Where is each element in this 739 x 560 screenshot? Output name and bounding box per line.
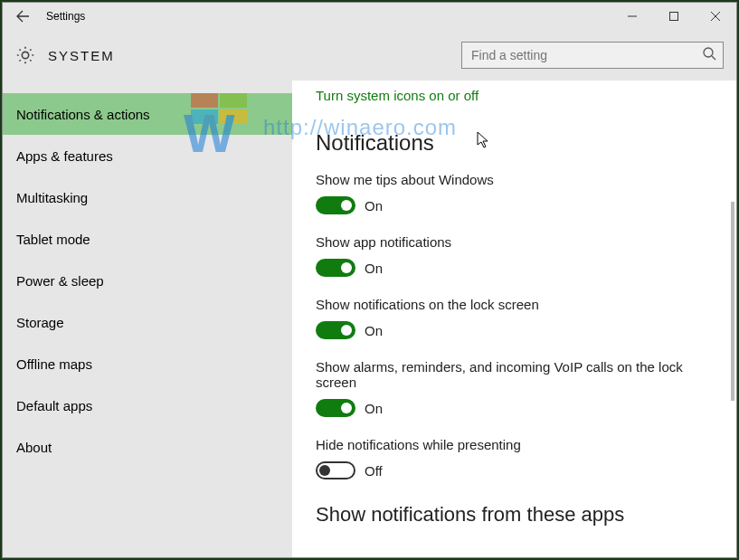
option-app-notifications: Show app notifications On [316, 234, 713, 277]
header: SYSTEM [3, 30, 736, 81]
option-label: Show app notifications [316, 234, 713, 250]
toggle-knob [341, 262, 352, 273]
gear-icon [15, 45, 35, 65]
toggle-row: On [316, 399, 713, 417]
toggle-row: On [316, 259, 713, 277]
option-label: Hide notifications while presenting [316, 437, 713, 452]
window-title: Settings [46, 10, 85, 23]
minimize-button[interactable] [611, 3, 653, 30]
sidebar-item-notifications-actions[interactable]: Notifications & actions [3, 93, 292, 135]
close-button[interactable] [695, 3, 736, 30]
sidebar-item-label: Power & sleep [16, 273, 104, 289]
option-tips: Show me tips about Windows On [316, 172, 713, 214]
page-title: SYSTEM [48, 48, 115, 63]
toggle-knob [341, 403, 352, 413]
sidebar-item-label: Offline maps [16, 356, 92, 372]
toggle-row: On [316, 196, 713, 214]
sidebar-item-label: About [16, 440, 52, 455]
toggle-alarms-voip[interactable] [316, 399, 355, 417]
sidebar-item-apps-features[interactable]: Apps & features [3, 135, 292, 176]
option-lock-screen: Show notifications on the lock screen On [316, 297, 713, 339]
sidebar-item-label: Multitasking [16, 190, 88, 205]
sidebar-item-power-sleep[interactable]: Power & sleep [3, 260, 292, 301]
header-left: SYSTEM [15, 45, 115, 65]
titlebar: Settings [3, 3, 736, 30]
search-input[interactable] [461, 42, 724, 69]
sidebar: Notifications & actions Apps & features … [3, 81, 292, 557]
titlebar-left: Settings [3, 5, 85, 27]
maximize-icon [669, 12, 678, 21]
sidebar-item-label: Apps & features [16, 148, 113, 164]
maximize-button[interactable] [653, 3, 695, 30]
sidebar-item-default-apps[interactable]: Default apps [3, 384, 292, 426]
svg-rect-1 [670, 13, 678, 21]
sidebar-item-multitasking[interactable]: Multitasking [3, 176, 292, 218]
sidebar-item-cutoff [3, 81, 292, 93]
search-container [461, 42, 724, 69]
sidebar-item-storage[interactable]: Storage [3, 301, 292, 343]
toggle-knob [341, 200, 352, 211]
system-icons-link[interactable]: Turn system icons on or off [316, 88, 478, 103]
svg-point-2 [704, 48, 713, 57]
window-controls [611, 3, 736, 30]
sidebar-item-label: Notifications & actions [16, 107, 150, 122]
toggle-state: On [365, 323, 383, 338]
toggle-knob [319, 465, 330, 476]
search-icon [702, 46, 716, 64]
option-alarms-voip: Show alarms, reminders, and incoming VoI… [316, 359, 713, 417]
main-panel: Turn system icons on or off Notification… [292, 81, 736, 557]
option-label: Show alarms, reminders, and incoming VoI… [316, 359, 713, 390]
sidebar-item-label: Tablet mode [16, 232, 90, 247]
minimize-icon [628, 12, 637, 21]
toggle-tips[interactable] [316, 196, 355, 214]
toggle-lock-screen[interactable] [316, 321, 355, 339]
close-icon [711, 12, 720, 21]
toggle-state: Off [365, 463, 383, 479]
toggle-state: On [365, 401, 383, 416]
toggle-row: On [316, 321, 713, 339]
toggle-app-notifications[interactable] [316, 259, 355, 277]
option-hide-presenting: Hide notifications while presenting Off [316, 437, 713, 479]
toggle-knob [341, 325, 352, 336]
back-button[interactable] [12, 5, 33, 27]
sidebar-item-tablet-mode[interactable]: Tablet mode [3, 218, 292, 260]
body: Notifications & actions Apps & features … [3, 81, 736, 557]
back-arrow-icon [15, 9, 30, 24]
option-label: Show me tips about Windows [316, 172, 713, 187]
sidebar-item-about[interactable]: About [3, 426, 292, 468]
section-heading-apps: Show notifications from these apps [316, 503, 713, 527]
section-heading-notifications: Notifications [316, 130, 713, 156]
scrollbar-vertical[interactable] [731, 202, 734, 401]
settings-window: Settings SYSTEM [2, 2, 737, 558]
sidebar-item-label: Storage [16, 315, 64, 330]
toggle-state: On [365, 198, 383, 214]
toggle-state: On [365, 261, 383, 276]
option-label: Show notifications on the lock screen [316, 297, 713, 312]
toggle-row: Off [316, 461, 713, 479]
sidebar-item-offline-maps[interactable]: Offline maps [3, 343, 292, 384]
svg-line-3 [712, 56, 715, 60]
sidebar-item-label: Default apps [16, 398, 92, 413]
toggle-hide-presenting[interactable] [316, 461, 355, 479]
